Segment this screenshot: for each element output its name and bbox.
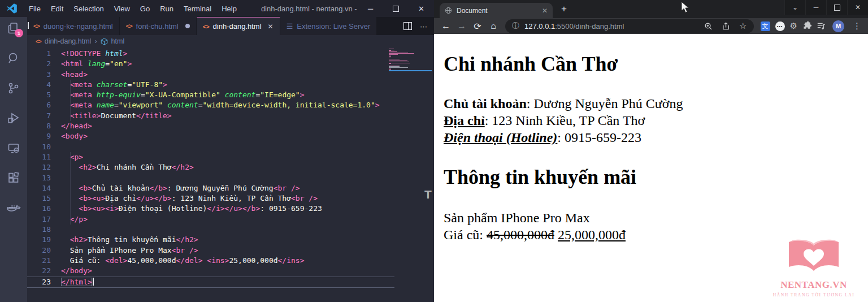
code-editor[interactable]: 1<!DOCTYPE html>2<html lang="en">3<head>… [27,48,434,302]
code-line[interactable]: 15 <b><u>Địa chỉ</u></b>: 123 Ninh Kiều,… [27,193,394,204]
code-line[interactable]: 3<head> [27,70,394,80]
dots-extension-icon[interactable]: ••• [775,21,785,31]
browser-menu-icon[interactable]: ⋮ [849,21,863,31]
bookmark-star-icon[interactable]: ☆ [739,21,747,31]
menu-file[interactable]: File [24,5,46,13]
new-tab-button[interactable]: + [557,2,571,16]
code-line[interactable]: 16 <b><u><i>Điện thoại (Hotline)</i></u>… [27,204,394,214]
maximize-button[interactable] [826,0,847,15]
extensions-puzzle-icon[interactable] [802,21,811,31]
address-label: Địa chỉ [444,113,485,128]
menu-view[interactable]: View [109,5,135,13]
minimap[interactable] [389,49,432,71]
minimap-line [389,69,391,70]
tab-dinh-dang[interactable]: <> dinh-dang.html ✕ [197,17,280,35]
nentang-watermark: NENTANG.VN HÀNH TRANG TỚI TƯƠNG LAI [769,239,859,297]
run-debug-icon[interactable] [6,111,21,126]
back-icon[interactable]: ← [439,19,453,33]
code-line[interactable]: 19 <h2>Thông tin khuyến mãi</h2> [27,235,394,245]
url-host: 127.0.0.1 [524,22,555,31]
menu-edit[interactable]: Edit [46,5,68,13]
tab-duong-ke-ngang[interactable]: <> duong-ke-ngang.html [27,17,120,35]
forward-icon[interactable]: → [454,19,469,33]
extensions-icon[interactable] [6,171,21,185]
code-line[interactable]: 12 <h2>Chi nhánh Cần Thơ</h2> [27,162,394,172]
more-actions-icon[interactable]: ··· [420,22,427,31]
minimize-button[interactable]: ─ [805,0,826,15]
close-tab-icon[interactable]: ✕ [268,23,274,31]
editor-tabbar: <> duong-ke-ngang.html <> font-chu.html … [27,17,434,35]
tab-font-chu[interactable]: <> font-chu.html [120,17,197,35]
code-line[interactable]: 22</body> [27,266,394,276]
menubar: FileEditSelectionViewGoRunTerminalHelp [24,5,242,13]
menu-selection[interactable]: Selection [68,5,108,13]
zoom-icon[interactable] [704,22,713,31]
code-line[interactable]: 7 <title>Document</title> [27,111,394,121]
docker-icon[interactable] [6,201,21,215]
code-line[interactable]: 14 <b>Chủ tài khoản</b>: Dương Nguyễn Ph… [27,183,394,193]
code-line[interactable]: 21 Giá cũ: <del>45,000,000đ</del> <ins>2… [27,256,394,266]
gear-extension-icon[interactable]: ⚙ [790,21,797,31]
search-icon[interactable] [6,51,21,66]
code-line[interactable]: 1<!DOCTYPE html> [27,49,394,59]
vscode-window: FileEditSelectionViewGoRunTerminalHelp d… [0,0,434,302]
line-number: 11 [27,152,51,162]
html-file-icon: <> [203,23,209,30]
address-value: : 123 Ninh Kiều, TP Cần Thơ [485,113,645,128]
sash-artifact [28,22,29,29]
code-line[interactable]: 4 <meta charset="UTF-8"> [27,80,394,90]
code-line[interactable]: 9<body> [27,131,394,141]
url-path: :5500/dinh-dang.html [555,22,624,31]
webpage: Chi nhánh Cần Thơ Chủ tài khoản: Dương N… [434,34,868,302]
profile-avatar[interactable]: M [832,20,844,32]
close-tab-icon[interactable]: ✕ [542,7,548,15]
extension-list-icon: ☰ [287,22,293,31]
code-line[interactable]: 5 <meta http-equiv="X-UA-Compatible" con… [27,90,394,100]
code-line[interactable]: 6 <meta name="viewport" content="width=d… [27,100,394,110]
html-file-icon: <> [126,23,132,29]
home-icon[interactable]: ⌂ [486,19,501,33]
code-line[interactable]: 18 [27,225,394,235]
address-bar[interactable]: ⓘ 127.0.0.1:5500/dinh-dang.html ☆ [505,19,754,33]
menu-terminal[interactable]: Terminal [179,5,216,13]
minimap-current-line [389,70,432,71]
code-line[interactable]: 2<html lang="en"> [27,59,394,69]
line-number: 5 [27,90,51,100]
split-editor-icon[interactable] [403,22,412,30]
remote-explorer-icon[interactable] [6,141,21,156]
text-cursor [93,278,94,286]
unsaved-dot-icon[interactable] [185,24,190,28]
html-file-icon: <> [33,23,40,29]
code-line[interactable]: 13 [27,173,394,183]
source-control-icon[interactable] [6,81,21,96]
breadcrumb-node[interactable]: html [111,37,125,45]
code-line[interactable]: 10 [27,142,394,152]
close-button[interactable]: ✕ [409,0,434,17]
menu-go[interactable]: Go [135,5,155,13]
playlist-extension-icon[interactable] [817,21,826,31]
reload-icon[interactable]: ⟳ [470,19,485,33]
site-info-icon[interactable]: ⓘ [512,21,519,31]
tab-live-server[interactable]: ☰ Extension: Live Server [280,17,377,35]
translate-extension-icon[interactable]: 文 [761,21,770,31]
code-line[interactable]: 11 <p> [27,152,394,162]
line-number: 7 [27,111,51,121]
maximize-button[interactable] [383,0,409,17]
line-number: 20 [27,245,51,256]
tab-search-chevron-icon[interactable]: ⌄ [784,0,805,15]
code-line[interactable]: 8</head> [27,121,394,131]
menu-run[interactable]: Run [155,5,179,13]
window-title: dinh-dang.html - nentang.vn - Visual Stu… [261,5,358,13]
breadcrumb-file[interactable]: dinh-dang.html [45,37,92,45]
minimize-button[interactable]: ─ [358,0,383,17]
browser-tab-document[interactable]: Document ✕ [440,3,553,18]
editor-area: <> duong-ke-ngang.html <> font-chu.html … [27,17,434,302]
menu-help[interactable]: Help [216,5,242,13]
explorer-icon[interactable]: 1 [6,21,21,36]
code-line[interactable]: 23</html> [27,277,394,288]
close-button[interactable]: ✕ [847,0,868,15]
share-icon[interactable] [722,22,730,31]
code-line[interactable]: 17 </p> [27,214,394,225]
code-line[interactable]: 20 Sản phẩm IPhone Pro Max<br /> [27,245,394,256]
watermark-brand: NENTANG.VN [769,279,859,291]
